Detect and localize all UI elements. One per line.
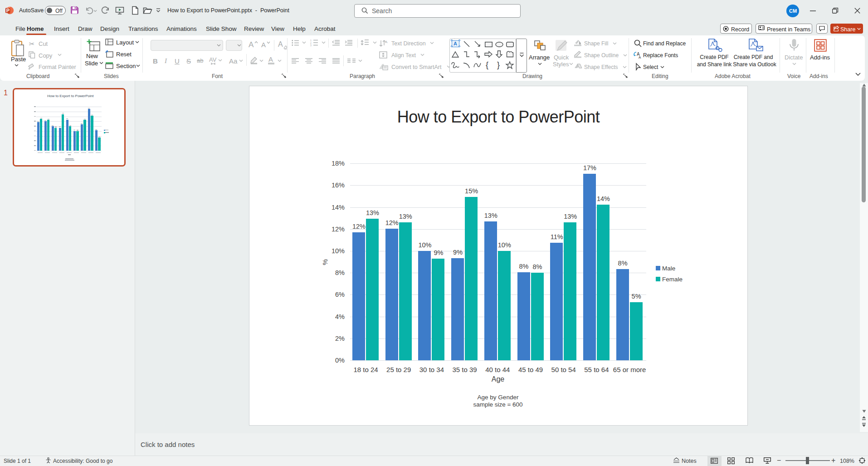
svg-text:A: A xyxy=(385,40,388,44)
svg-text:3: 3 xyxy=(310,44,312,47)
svg-text:A: A xyxy=(639,55,641,59)
svg-text:P: P xyxy=(6,8,10,13)
